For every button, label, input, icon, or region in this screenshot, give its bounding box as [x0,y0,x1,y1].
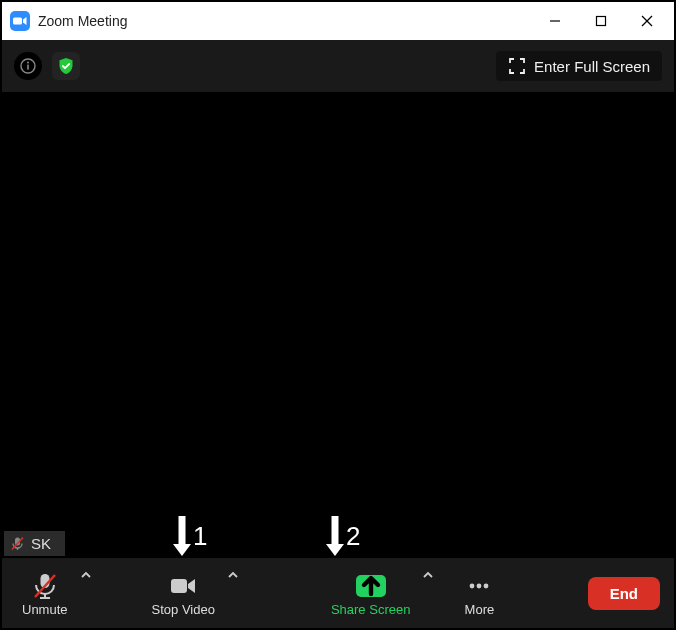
window-maximize-button[interactable] [578,2,624,40]
meeting-toolbar: Unmute Stop Video Share Screen More End [2,558,674,628]
window-close-button[interactable] [624,2,670,40]
end-label: End [610,585,638,602]
zoom-app-icon [10,11,30,31]
chevron-up-icon [80,570,92,580]
participant-initials: SK [31,535,51,552]
window-title: Zoom Meeting [38,13,532,29]
annotation-arrow-1: 1 [171,514,207,558]
svg-point-18 [470,583,475,588]
more-button[interactable]: More [458,568,500,619]
microphone-muted-icon [30,570,60,602]
more-dots-icon [464,570,494,602]
svg-point-19 [477,583,482,588]
fullscreen-icon [508,57,526,75]
stop-video-button[interactable]: Stop Video [146,568,221,619]
window-titlebar: Zoom Meeting [2,2,674,40]
window-minimize-button[interactable] [532,2,578,40]
unmute-button[interactable]: Unmute [16,568,74,619]
encryption-shield-icon[interactable] [52,52,80,80]
annotation-arrow-2: 2 [324,514,360,558]
svg-point-20 [484,583,489,588]
svg-point-6 [27,62,29,64]
share-screen-label: Share Screen [331,602,411,617]
share-options-caret[interactable] [416,570,440,580]
meeting-info-bar: Enter Full Screen [2,40,674,92]
chevron-up-icon [422,570,434,580]
chevron-up-icon [227,570,239,580]
end-meeting-button[interactable]: End [588,577,660,610]
more-label: More [465,602,495,617]
svg-rect-7 [27,65,29,70]
window-controls [532,2,670,40]
svg-rect-17 [171,579,187,593]
svg-rect-0 [13,18,22,25]
share-screen-icon [356,570,386,602]
video-area: SK 1 2 [2,92,674,558]
audio-options-caret[interactable] [74,570,98,580]
stop-video-label: Stop Video [152,602,215,617]
video-options-caret[interactable] [221,570,245,580]
enter-fullscreen-button[interactable]: Enter Full Screen [496,51,662,81]
share-screen-button[interactable]: Share Screen [325,568,417,619]
unmute-label: Unmute [22,602,68,617]
svg-rect-2 [597,17,606,26]
annotation-label-2: 2 [346,521,360,552]
meeting-info-button[interactable] [14,52,42,80]
muted-mic-icon [10,536,25,551]
participant-label: SK [4,531,65,556]
video-camera-icon [168,570,198,602]
fullscreen-label: Enter Full Screen [534,58,650,75]
annotation-label-1: 1 [193,521,207,552]
